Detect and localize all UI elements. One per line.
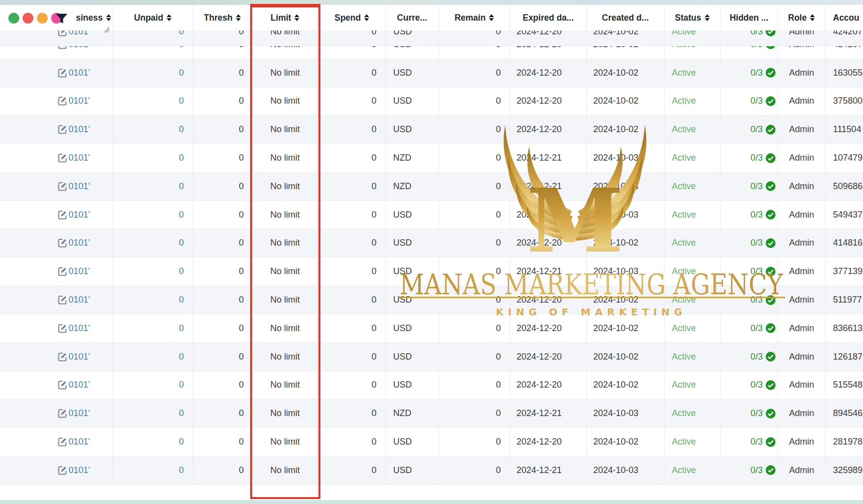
business-link[interactable]: 0101' <box>69 238 90 248</box>
edit-icon[interactable] <box>58 352 67 362</box>
edit-icon[interactable] <box>58 96 67 106</box>
unpaid-value-link[interactable]: 0 <box>179 352 184 362</box>
status-badge: Active <box>672 68 696 78</box>
business-link[interactable]: 0101' <box>69 295 90 305</box>
thresh-cell: 0 <box>193 286 252 314</box>
column-header-currency[interactable]: Curre... <box>386 5 439 30</box>
business-link[interactable]: 0101' <box>69 352 90 362</box>
column-header-spend[interactable]: Spend <box>318 5 386 30</box>
business-link[interactable]: 0101' <box>69 30 90 37</box>
unpaid-value-link[interactable]: 0 <box>179 465 184 476</box>
edit-icon[interactable] <box>58 380 67 390</box>
unpaid-value-link[interactable]: 0 <box>179 30 184 37</box>
business-link[interactable]: 0101' <box>69 124 90 135</box>
column-resize-grip-icon[interactable] <box>103 26 111 35</box>
hidden-count: 0/3 <box>750 465 763 476</box>
business-cell: 0101' <box>0 257 113 285</box>
spend-cell: 0 <box>318 201 386 229</box>
window-traffic-lights <box>8 13 62 24</box>
column-header-unpaid[interactable]: Unpaid <box>113 5 193 30</box>
edit-icon[interactable] <box>58 295 67 305</box>
edit-icon[interactable] <box>58 30 67 36</box>
column-header-account[interactable]: Accou <box>826 5 863 30</box>
column-header-expired[interactable]: Expired da... <box>510 5 587 30</box>
column-header-remain[interactable]: Remain <box>439 5 510 30</box>
unpaid-value-link[interactable]: 0 <box>179 408 184 419</box>
edit-icon[interactable] <box>58 125 67 134</box>
status-badge: Active <box>672 323 696 334</box>
role-cell: Admin <box>778 144 826 172</box>
account-cell: 107479 <box>826 144 863 172</box>
column-header-label: Created d... <box>602 13 649 23</box>
created-cell: 2024-10-03 <box>587 201 664 229</box>
hidden-cell: 0/3 <box>720 343 778 371</box>
column-header-label: Limit <box>271 13 291 23</box>
unpaid-value-link[interactable]: 0 <box>179 238 184 248</box>
unpaid-value-link[interactable]: 0 <box>179 153 184 163</box>
edit-icon[interactable] <box>58 68 67 78</box>
column-header-created[interactable]: Created d... <box>587 5 664 30</box>
edit-icon[interactable] <box>58 238 67 248</box>
traffic-light-red[interactable] <box>23 13 33 24</box>
created-cell: 2024-10-02 <box>587 87 664 115</box>
column-header-thresh[interactable]: Thresh <box>193 5 252 30</box>
created-cell: 2024-10-02 <box>587 314 664 342</box>
unpaid-value-link[interactable]: 0 <box>179 181 184 192</box>
column-header-hidden[interactable]: Hidden ... <box>720 5 778 30</box>
currency-cell: USD <box>386 257 439 285</box>
unpaid-value-link[interactable]: 0 <box>179 380 184 390</box>
column-header-status[interactable]: Status <box>664 5 720 30</box>
business-link[interactable]: 0101' <box>69 68 90 78</box>
unpaid-value-link[interactable]: 0 <box>179 68 184 78</box>
unpaid-value-link[interactable]: 0 <box>179 323 184 334</box>
unpaid-cell: 0 <box>113 456 193 484</box>
status-badge: Active <box>672 266 696 277</box>
unpaid-value-link[interactable]: 0 <box>179 210 184 220</box>
status-badge: Active <box>672 295 696 305</box>
check-circle-icon <box>766 267 776 277</box>
business-link[interactable]: 0101' <box>69 153 90 163</box>
business-link[interactable]: 0101' <box>69 96 90 106</box>
horizontal-scrollbar-track[interactable] <box>0 500 863 504</box>
edit-icon[interactable] <box>58 466 67 475</box>
unpaid-cell: 0 <box>113 343 193 371</box>
column-header-label: siness <box>76 13 103 23</box>
table-row: 0101'00No limit0USD02024-12-202024-10-02… <box>0 286 863 314</box>
edit-icon[interactable] <box>58 409 67 418</box>
created-cell: 2024-10-02 <box>587 371 664 399</box>
status-cell: Active <box>664 286 720 314</box>
check-circle-icon <box>766 125 776 135</box>
remain-cell: 0 <box>439 286 510 314</box>
unpaid-value-link[interactable]: 0 <box>179 266 184 277</box>
business-link[interactable]: 0101' <box>69 380 90 390</box>
unpaid-value-link[interactable]: 0 <box>179 295 184 305</box>
business-link[interactable]: 0101' <box>69 437 90 447</box>
traffic-light-orange[interactable] <box>37 13 48 24</box>
edit-icon[interactable] <box>58 210 67 220</box>
hidden-count: 0/3 <box>750 210 763 220</box>
business-link[interactable]: 0101' <box>69 210 90 220</box>
business-link[interactable]: 0101' <box>69 408 90 419</box>
unpaid-value-link[interactable]: 0 <box>179 96 184 106</box>
traffic-light-green[interactable] <box>8 13 19 24</box>
filter-icon[interactable] <box>55 13 68 28</box>
business-cell: 0101' <box>0 314 113 342</box>
edit-icon[interactable] <box>58 437 67 447</box>
business-link[interactable]: 0101' <box>69 181 90 192</box>
edit-icon[interactable] <box>58 153 67 163</box>
hidden-count: 0/3 <box>750 238 763 248</box>
spend-cell: 0 <box>318 87 386 115</box>
unpaid-value-link[interactable]: 0 <box>179 124 184 135</box>
currency-cell: USD <box>386 428 439 456</box>
check-circle-icon <box>766 153 776 163</box>
edit-icon[interactable] <box>58 267 67 276</box>
unpaid-value-link[interactable]: 0 <box>179 437 184 447</box>
business-link[interactable]: 0101' <box>69 465 90 476</box>
column-header-label: Role <box>788 13 807 23</box>
column-header-limit[interactable]: Limit <box>252 5 318 30</box>
business-link[interactable]: 0101' <box>69 266 90 277</box>
edit-icon[interactable] <box>58 324 67 333</box>
edit-icon[interactable] <box>58 182 67 191</box>
business-link[interactable]: 0101' <box>69 323 90 334</box>
column-header-role[interactable]: Role <box>778 5 826 30</box>
